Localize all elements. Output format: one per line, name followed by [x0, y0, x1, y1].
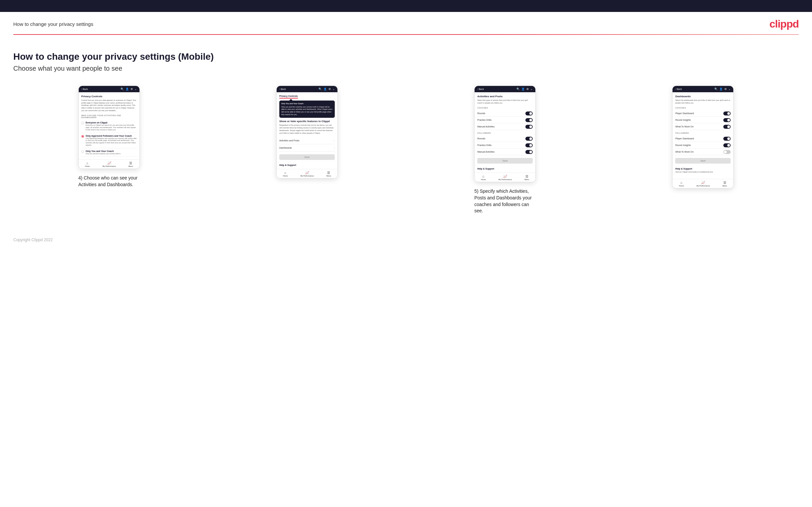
- settings-icon-3[interactable]: ⚙: [526, 88, 529, 91]
- nav-home-4[interactable]: ⌂ Home: [679, 181, 684, 187]
- screen2-back[interactable]: ‹ Back: [279, 88, 286, 90]
- nav-home-label: Home: [85, 165, 90, 167]
- screen3-topbar: ‹ Back 🔍 👤 ⚙ ⌄: [474, 86, 536, 92]
- radio-circle-followers: [81, 135, 84, 138]
- nav-performance-3[interactable]: 📈 My Performance: [499, 174, 512, 180]
- search-icon-4[interactable]: 🔍: [714, 88, 718, 91]
- coaches-drills-toggle[interactable]: [525, 118, 533, 122]
- tooltip-title: Only You and Your Coach: [281, 103, 333, 105]
- followers-drills-toggle[interactable]: [525, 143, 533, 147]
- coaches-player-dash-toggle[interactable]: [723, 111, 731, 115]
- nav-menu-label-4: Menu: [723, 185, 727, 187]
- dashboards-item[interactable]: Dashboards ›: [279, 144, 335, 152]
- coaches-round-insights-toggle[interactable]: [723, 118, 731, 122]
- nav-home[interactable]: ⌂ Home: [85, 161, 90, 167]
- radio-desc-everyone: Everyone on Clippd can search for you an…: [86, 124, 137, 131]
- screen2-body: Privacy Controls Only You and Your Coach…: [276, 92, 338, 169]
- search-icon-3[interactable]: 🔍: [516, 88, 520, 91]
- followers-what-to-work-label: What To Work On: [675, 151, 694, 153]
- screen1-back[interactable]: ‹ Back: [81, 88, 88, 90]
- radio-circle-coach: [81, 150, 84, 153]
- nav-menu[interactable]: ☰ Menu: [129, 161, 133, 167]
- followers-rounds-row: Rounds: [477, 135, 533, 142]
- nav-home-3[interactable]: ⌂ Home: [481, 174, 486, 180]
- settings-icon[interactable]: ⚙: [131, 88, 133, 91]
- search-icon-2[interactable]: 🔍: [318, 88, 322, 91]
- screen3-caption: 5) Specify which Activities, Posts and D…: [474, 188, 536, 214]
- followers-manual-toggle[interactable]: [525, 150, 533, 154]
- followers-subsection-4: FOLLOWERS: [675, 132, 731, 134]
- screen4-desc: Select the dashboards that you'd like to…: [675, 99, 731, 104]
- followers-round-insights-row: Round Insights: [675, 142, 731, 149]
- coaches-what-to-work-toggle[interactable]: [723, 125, 731, 129]
- chevron-down-icon-4: ⌄: [728, 88, 731, 91]
- followers-manual-label: Manual Activities: [477, 151, 495, 153]
- coaches-rounds-toggle[interactable]: [525, 111, 533, 115]
- person-icon[interactable]: 👤: [125, 88, 129, 91]
- home-icon-2: ⌂: [284, 171, 286, 174]
- radio-everyone[interactable]: Everyone on Clippd Everyone on Clippd ca…: [81, 120, 137, 133]
- screen3-nav: ⌂ Home 📈 My Performance ☰ Menu: [474, 173, 536, 182]
- followers-round-insights-toggle[interactable]: [723, 143, 731, 147]
- followers-player-dash-toggle[interactable]: [723, 137, 731, 141]
- screen2-tab: Privacy Controls: [279, 95, 335, 99]
- settings-icon-4[interactable]: ⚙: [724, 88, 727, 91]
- coaches-round-insights-label: Round Insights: [675, 119, 691, 121]
- search-icon[interactable]: 🔍: [120, 88, 124, 91]
- screen4-back[interactable]: ‹ Back: [675, 88, 682, 90]
- screen4-topbar: ‹ Back 🔍 👤 ⚙ ⌄: [672, 86, 733, 92]
- nav-performance[interactable]: 📈 My Performance: [102, 161, 115, 167]
- followers-what-to-work-toggle[interactable]: [723, 150, 731, 154]
- screen3: ‹ Back 🔍 👤 ⚙ ⌄ Activities and Posts Sele…: [474, 86, 536, 182]
- screen2-icons: 🔍 👤 ⚙ ⌄: [318, 88, 335, 91]
- nav-perf-label-2: My Performance: [301, 175, 314, 177]
- nav-menu-3[interactable]: ☰ Menu: [524, 174, 529, 180]
- radio-coach-only[interactable]: Only You and Your Coach Only you and the…: [81, 148, 137, 157]
- home-icon-3: ⌂: [482, 174, 484, 178]
- screen1-body: Privacy Controls Control how you and you…: [79, 92, 140, 159]
- screen4-help: Help & Support: [675, 166, 731, 170]
- screen4-body: Dashboards Select the dashboards that yo…: [672, 92, 733, 179]
- header: How to change your privacy settings clip…: [0, 12, 812, 34]
- screen3-icons: 🔍 👤 ⚙ ⌄: [516, 88, 533, 91]
- screen2-save-btn[interactable]: Save: [279, 154, 335, 160]
- person-icon-2[interactable]: 👤: [323, 88, 327, 91]
- followers-drills-label: Practice Drills: [477, 144, 492, 146]
- screen4-title: Dashboards: [675, 95, 731, 98]
- coaches-drills-label: Practice Drills: [477, 119, 492, 121]
- screen4: ‹ Back 🔍 👤 ⚙ ⌄ Dashboards Select the das…: [672, 86, 733, 188]
- screen3-back[interactable]: ‹ Back: [477, 88, 484, 90]
- privacy-controls-tab[interactable]: Privacy Controls: [279, 95, 298, 99]
- activities-posts-item[interactable]: Activities and Posts ›: [279, 137, 335, 144]
- screen1-nav: ⌂ Home 📈 My Performance ☰ Menu: [79, 159, 140, 169]
- coaches-manual-toggle[interactable]: [525, 125, 533, 129]
- radio-followers[interactable]: Only Approved Followers and Your Coach O…: [81, 133, 137, 148]
- followers-rounds-toggle[interactable]: [525, 137, 533, 141]
- footer: Copyright Clippd 2022: [0, 228, 812, 252]
- screen4-icons: 🔍 👤 ⚙ ⌄: [714, 88, 731, 91]
- screen3-save-btn[interactable]: Save: [477, 158, 533, 164]
- radio-text-coach: Only You and Your Coach Only you and the…: [86, 150, 137, 155]
- screen3-desc: Select the types of activity that you'd …: [477, 99, 533, 104]
- nav-performance-4[interactable]: 📈 My Performance: [697, 181, 710, 187]
- nav-performance-2[interactable]: 📈 My Performance: [301, 171, 314, 177]
- person-icon-4[interactable]: 👤: [719, 88, 723, 91]
- nav-menu-4[interactable]: ☰ Menu: [723, 181, 727, 187]
- menu-icon-3: ☰: [525, 174, 528, 178]
- home-icon-4: ⌂: [680, 181, 682, 184]
- nav-perf-label-3: My Performance: [499, 178, 512, 180]
- screen3-body: Activities and Posts Select the types of…: [474, 92, 536, 173]
- settings-icon-2[interactable]: ⚙: [328, 88, 331, 91]
- screen4-save-btn[interactable]: Save: [675, 158, 731, 164]
- nav-home-2[interactable]: ⌂ Home: [283, 171, 288, 177]
- dashboards-label: Dashboards: [279, 147, 292, 149]
- chevron-down-icon-3: ⌄: [530, 88, 533, 91]
- radio-label-everyone: Everyone on Clippd: [86, 121, 137, 124]
- followers-round-insights-label: Round Insights: [675, 144, 691, 146]
- menu-icon-4: ☰: [723, 181, 726, 184]
- nav-menu-2[interactable]: ☰ Menu: [326, 171, 331, 177]
- screen3-mockup: ‹ Back 🔍 👤 ⚙ ⌄ Activities and Posts Sele…: [409, 86, 601, 214]
- coaches-rounds-row: Rounds: [477, 110, 533, 117]
- coaches-subsection: COACHES: [477, 107, 533, 109]
- person-icon-3[interactable]: 👤: [521, 88, 525, 91]
